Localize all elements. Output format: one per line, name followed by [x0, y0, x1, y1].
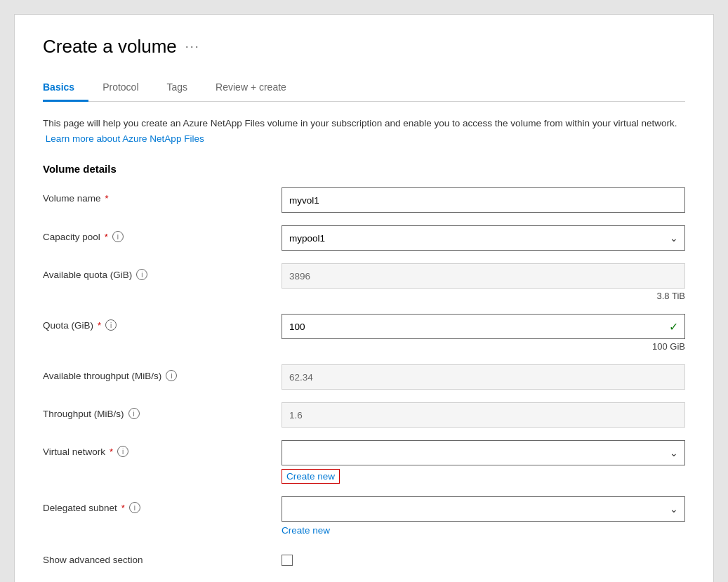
volume-name-field-col	[282, 187, 685, 213]
page-container: Create a volume ··· Basics Protocol Tags…	[14, 14, 714, 582]
virtual-network-row: Virtual network * i ⌄ Create new	[43, 440, 685, 484]
available-throughput-info-icon[interactable]: i	[166, 370, 177, 381]
volume-name-label-col: Volume name *	[43, 187, 282, 204]
quota-info-icon[interactable]: i	[105, 319, 117, 331]
tab-tags[interactable]: Tags	[167, 74, 202, 102]
quota-field-col: ✓ 100 GiB	[282, 314, 685, 352]
volume-name-input[interactable]	[282, 187, 685, 213]
delegated-subnet-info-icon[interactable]: i	[129, 502, 140, 513]
available-throughput-label-col: Available throughput (MiB/s) i	[43, 364, 282, 381]
available-quota-field-col: 3.8 TiB	[282, 263, 685, 301]
capacity-pool-label-col: Capacity pool * i	[43, 225, 282, 242]
throughput-label-col: Throughput (MiB/s) i	[43, 402, 282, 419]
throughput-label: Throughput (MiB/s)	[43, 409, 124, 419]
virtual-network-info-icon[interactable]: i	[117, 446, 128, 457]
capacity-pool-row: Capacity pool * i mypool1 ⌄	[43, 225, 685, 251]
page-title-row: Create a volume ···	[43, 36, 685, 58]
quota-input-wrapper: ✓	[282, 314, 685, 339]
available-quota-sub-text: 3.8 TiB	[282, 291, 685, 301]
show-advanced-field-col	[282, 549, 685, 569]
delegated-subnet-field-col: ⌄ Create new	[282, 496, 685, 536]
delegated-subnet-required: *	[121, 503, 125, 513]
virtual-network-select[interactable]	[282, 440, 685, 465]
delegated-subnet-select-wrapper: ⌄	[282, 496, 685, 522]
capacity-pool-select[interactable]: mypool1	[282, 225, 685, 251]
available-quota-label-col: Available quota (GiB) i	[43, 263, 282, 280]
virtual-network-required: *	[110, 447, 113, 457]
throughput-row: Throughput (MiB/s) i	[43, 402, 685, 428]
capacity-pool-field-col: mypool1 ⌄	[282, 225, 685, 251]
capacity-pool-info-icon[interactable]: i	[112, 231, 124, 242]
delegated-subnet-label-col: Delegated subnet * i	[43, 496, 282, 513]
page-description: This page will help you create an Azure …	[43, 116, 685, 146]
throughput-input	[282, 402, 685, 428]
show-advanced-label: Show advanced section	[43, 555, 143, 565]
available-quota-input	[282, 263, 685, 289]
throughput-info-icon[interactable]: i	[128, 408, 140, 419]
capacity-pool-select-wrapper: mypool1 ⌄	[282, 225, 685, 251]
description-text: This page will help you create an Azure …	[43, 118, 677, 128]
available-throughput-row: Available throughput (MiB/s) i	[43, 364, 685, 390]
tab-bar: Basics Protocol Tags Review + create	[43, 74, 685, 102]
quota-check-icon: ✓	[669, 320, 678, 333]
quota-sub-text: 100 GiB	[282, 341, 685, 352]
tab-protocol[interactable]: Protocol	[102, 74, 152, 102]
available-quota-info-icon[interactable]: i	[136, 269, 147, 280]
tab-review-create[interactable]: Review + create	[216, 74, 300, 102]
quota-required: *	[98, 320, 101, 331]
section-title: Volume details	[43, 163, 685, 175]
delegated-subnet-row: Delegated subnet * i ⌄ Create new	[43, 496, 685, 536]
delegated-subnet-create-new-link[interactable]: Create new	[282, 525, 330, 536]
quota-input[interactable]	[282, 314, 685, 339]
learn-more-link[interactable]: Learn more about Azure NetApp Files	[46, 133, 204, 144]
capacity-pool-required: *	[105, 232, 108, 242]
quota-row: Quota (GiB) * i ✓ 100 GiB	[43, 314, 685, 352]
volume-name-row: Volume name *	[43, 187, 685, 213]
show-advanced-checkbox[interactable]	[282, 555, 293, 566]
virtual-network-label-col: Virtual network * i	[43, 440, 282, 457]
available-throughput-field-col	[282, 364, 685, 390]
available-throughput-input	[282, 364, 685, 390]
delegated-subnet-select[interactable]	[282, 496, 685, 522]
virtual-network-field-col: ⌄ Create new	[282, 440, 685, 484]
virtual-network-label: Virtual network	[43, 447, 105, 457]
tab-basics[interactable]: Basics	[43, 74, 88, 102]
quota-label-col: Quota (GiB) * i	[43, 314, 282, 331]
available-quota-row: Available quota (GiB) i 3.8 TiB	[43, 263, 685, 301]
quota-label: Quota (GiB)	[43, 320, 93, 331]
capacity-pool-label: Capacity pool	[43, 232, 100, 242]
show-advanced-label-col: Show advanced section	[43, 549, 282, 565]
volume-name-required: *	[105, 193, 109, 204]
page-title: Create a volume	[43, 36, 177, 58]
available-throughput-label: Available throughput (MiB/s)	[43, 371, 161, 381]
show-advanced-row: Show advanced section	[43, 549, 685, 569]
delegated-subnet-label: Delegated subnet	[43, 503, 117, 513]
throughput-field-col	[282, 402, 685, 428]
available-quota-label: Available quota (GiB)	[43, 270, 132, 280]
virtual-network-create-new-link[interactable]: Create new	[282, 469, 340, 484]
volume-name-label: Volume name	[43, 193, 101, 204]
more-options-button[interactable]: ···	[185, 39, 200, 54]
virtual-network-select-wrapper: ⌄	[282, 440, 685, 465]
